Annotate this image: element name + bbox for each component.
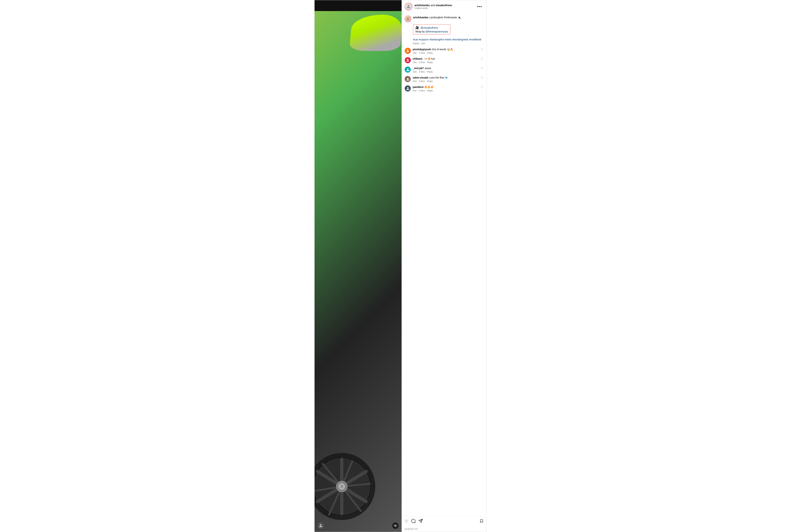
comment-meta-5: 15w 6 likes Reply [413, 89, 479, 92]
comment-item: pixelsbypiyush Out of words 🤯🔥 15w 2 lik… [405, 48, 483, 54]
comment-body-2: chibanii_ 👀🔥Yyo 15w 2 likes Reply [413, 57, 479, 64]
comment-username-3[interactable]: _mnt.pk7 [413, 67, 424, 70]
wrap-prefix: Wrap by [415, 30, 425, 33]
comment-item: chibanii_ 👀🔥Yyo 15w 2 likes Reply ♡ [405, 57, 483, 64]
comment-item: paintbroi 🔥🔥🔥 15w 6 likes Reply ♡ [405, 86, 483, 92]
comment-reply-1[interactable]: Reply [427, 52, 433, 54]
comment-reply-5[interactable]: Reply [427, 89, 433, 92]
header-text: artofshambu and visualsofrenu Original a… [415, 4, 476, 10]
comment-line-1: pixelsbypiyush Out of words 🤯🔥 [413, 48, 479, 51]
comment-time-3: 15w [413, 71, 417, 73]
comment-text-3: woow [425, 67, 431, 70]
tagged-camera-line: 🎥 @visualsofrenu [415, 26, 448, 30]
video-controls [314, 522, 402, 529]
svg-point-17 [340, 485, 343, 488]
comment-like-2[interactable]: ♡ [481, 57, 483, 61]
comment-avatar-1[interactable] [405, 48, 411, 54]
comment-avatar-3[interactable] [405, 66, 411, 73]
comment-body-4: saket.visuals Love the flow 🐦 15w 2 like… [413, 76, 479, 82]
wrap-line: Wrap by @thewrapsanctuary [415, 30, 448, 33]
caption-title: Lamborghini Perfomante 🔌 [429, 16, 461, 19]
comments-list: pixelsbypiyush Out of words 🤯🔥 15w 2 lik… [405, 48, 483, 92]
header-avatar-inner [405, 3, 412, 10]
header-usernames: artofshambu and visualsofrenu [415, 4, 476, 7]
comment-meta-3: 15w 2 likes Reply [413, 71, 479, 73]
comment-text-4: Love the flow 🐦 [429, 76, 448, 79]
like-button[interactable]: ♡ [405, 519, 408, 524]
comment-avatar-4[interactable] [405, 76, 411, 82]
share-button[interactable] [418, 519, 423, 524]
caption-dot: . [413, 19, 483, 23]
comment-body-5: paintbroi 🔥🔥🔥 15w 6 likes Reply [413, 86, 479, 92]
caption-username[interactable]: artofshambu [413, 16, 428, 19]
hashtags: #car #carporn #lamborghini #reels #trend… [413, 38, 483, 41]
post-header: artofshambu and visualsofrenu Original a… [402, 0, 487, 13]
post-content: artofshambu Lamborghini Perfomante 🔌 . 🎥… [402, 13, 487, 516]
comment-time-1: 15w [413, 52, 417, 54]
comment-line-2: chibanii_ 👀🔥Yyo [413, 57, 479, 60]
camera-icon: 🎥 [415, 26, 419, 29]
actions-bar: ♡ [402, 516, 487, 526]
comment-likes-2: 2 likes [419, 61, 425, 64]
comment-text-5: 🔥🔥🔥 [424, 86, 434, 89]
comment-body-1: pixelsbypiyush Out of words 🤯🔥 15w 2 lik… [413, 48, 479, 54]
comment-item: _mnt.pk7 woow 15w 2 likes Reply ♡ [405, 66, 483, 73]
comment-text-2: 👀🔥Yyo [424, 57, 435, 60]
comment-likes-4: 2 likes [419, 80, 425, 82]
info-panel: artofshambu and visualsofrenu Original a… [402, 0, 487, 532]
header-avatar[interactable] [405, 3, 412, 10]
comment-reply-2[interactable]: Reply [427, 61, 433, 64]
comment-meta-2: 15w 2 likes Reply [413, 61, 479, 64]
video-user-avatar[interactable] [318, 522, 324, 529]
more-options-button[interactable]: ••• [476, 4, 483, 10]
comment-item: saket.visuals Love the flow 🐦 15w 2 like… [405, 76, 483, 82]
comment-likes-3: 2 likes [419, 71, 425, 73]
comment-button[interactable] [411, 519, 416, 524]
comment-reply-4[interactable]: Reply [427, 80, 433, 82]
wheel-visual [314, 452, 376, 521]
header-subtitle: Original audio [415, 7, 476, 10]
comment-time-5: 15w [413, 89, 417, 92]
comment-body-3: _mnt.pk7 woow 15w 2 likes Reply [413, 66, 479, 73]
comment-username-1[interactable]: pixelsbypiyush [413, 48, 431, 51]
comment-like-1[interactable]: ♡ [481, 48, 483, 52]
comment-time-4: 15w [413, 80, 417, 82]
comment-likes-1: 2 likes [419, 52, 425, 54]
caption-body: artofshambu Lamborghini Perfomante 🔌 . 🎥… [413, 16, 483, 45]
comment-meta-4: 15w 2 likes Reply [413, 80, 479, 82]
header-connector: and [431, 4, 436, 7]
comment-reply-3[interactable]: Reply [427, 71, 433, 73]
caption-row: artofshambu Lamborghini Perfomante 🔌 . 🎥… [405, 16, 483, 45]
caption-meta: Edited · 15w [413, 42, 483, 45]
comment-avatar-2[interactable] [405, 57, 411, 63]
comment-avatar-5[interactable] [405, 86, 411, 92]
comment-username-5[interactable]: paintbroi [413, 86, 423, 89]
caption-line1: artofshambu Lamborghini Perfomante 🔌 [413, 16, 483, 19]
mute-button[interactable] [392, 522, 399, 529]
save-button[interactable] [480, 519, 483, 524]
comment-like-4[interactable]: ♡ [481, 76, 483, 80]
tagged-box: 🎥 @visualsofrenu Wrap by @thewrapsanctua… [413, 24, 450, 35]
comment-meta-1: 15w 2 likes Reply [413, 52, 479, 54]
comment-like-5[interactable]: ♡ [481, 86, 483, 89]
date-divider: AUGUST 23 [402, 526, 487, 532]
caption-avatar[interactable] [405, 16, 411, 22]
comment-line-4: saket.visuals Love the flow 🐦 [413, 76, 479, 79]
tagged-user[interactable]: @visualsofrenu [420, 26, 438, 29]
header-username2[interactable]: visualsofrenu [436, 4, 452, 7]
header-username1[interactable]: artofshambu [415, 4, 430, 7]
comment-like-3[interactable]: ♡ [481, 66, 483, 71]
wrap-user[interactable]: @thewrapsanctuary [425, 30, 448, 33]
comment-time-2: 15w [413, 61, 417, 64]
comment-text-1: Out of words 🤯🔥 [432, 48, 453, 51]
comment-likes-5: 6 likes [419, 89, 425, 92]
caption-avatar-inner [405, 16, 411, 22]
comment-username-4[interactable]: saket.visuals [413, 76, 428, 79]
video-panel [314, 0, 402, 532]
comment-line-3: _mnt.pk7 woow [413, 66, 479, 70]
comment-username-2[interactable]: chibanii_ [413, 57, 424, 60]
comment-line-5: paintbroi 🔥🔥🔥 [413, 86, 479, 89]
